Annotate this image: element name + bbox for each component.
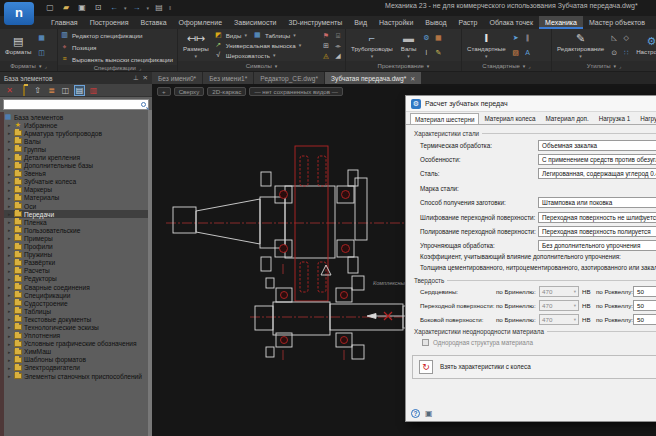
take-from-wheel-button[interactable]: ↻ — [419, 360, 433, 374]
undo-caret-icon[interactable]: ▾ — [124, 5, 127, 11]
tree-item[interactable]: ▸Примеры — [0, 234, 152, 242]
tree-item[interactable]: ▸Группы — [0, 145, 152, 153]
polishing-combo[interactable]: Переходная поверхность полируется — [538, 226, 656, 237]
tab-material-wheel[interactable]: Материал колеса — [479, 112, 540, 124]
tree-item[interactable]: ▸Технологические эскизы — [0, 323, 152, 331]
hatch-icon[interactable]: ▨ — [511, 48, 521, 57]
report-icon[interactable]: ▣ — [425, 409, 433, 418]
ribbon-tab-3d[interactable]: 3D-инструменты — [283, 16, 349, 29]
ribbon-tab-postroeniya[interactable]: Построения — [84, 16, 135, 29]
tree-item[interactable]: ▸Спецификации — [0, 291, 152, 299]
cursor-select-icon[interactable]: ➤ — [511, 33, 521, 42]
ribbon-tab-vid[interactable]: Вид — [348, 16, 373, 29]
hardening-combo[interactable]: Без дополнительного упрочнения — [538, 240, 656, 251]
align-leaders-button[interactable]: ≡Выровнять выноски спецификации — [60, 54, 175, 64]
print-icon[interactable]: ▤ — [153, 2, 165, 13]
utils-caption[interactable]: Утилиты▾⌟ — [552, 61, 656, 71]
editing-button[interactable]: ✎ Редактирование ▾ — [554, 30, 607, 60]
shafts-button[interactable]: ▬ Валы ▾ — [398, 30, 420, 60]
close-icon[interactable]: ✕ — [143, 74, 148, 82]
ribbon-tab-oformlenie[interactable]: Оформление — [173, 16, 228, 29]
pencil-icon[interactable]: ✎ — [433, 48, 443, 57]
tree-item[interactable]: ▸Маркеры — [0, 186, 152, 194]
tree-item[interactable]: ▸Развёртки — [0, 259, 152, 267]
open-folder-icon[interactable] — [18, 85, 29, 96]
tree-item-favorites[interactable]: ▸★Избранное — [0, 121, 152, 129]
standard-caption[interactable]: Стандартные▾⌟ — [462, 61, 551, 71]
symbols-caption[interactable]: Символы▾ — [178, 61, 345, 71]
tab-load-2[interactable]: Нагрузка 2 — [635, 112, 656, 124]
features-combo[interactable]: С применением средств против обезуглерож… — [538, 154, 656, 165]
blank-method-combo[interactable]: Штамповка или поковка — [538, 197, 656, 208]
ribbon-tab-vstavka[interactable]: Вставка — [135, 16, 173, 29]
open-folder-icon[interactable]: ▰ — [60, 2, 72, 13]
ribbon-tab-glavnaya[interactable]: Главная — [45, 16, 84, 29]
brinell-flank-combo[interactable]: 470▾ — [539, 314, 579, 325]
ruler-icon[interactable]: ⌯ — [333, 41, 343, 50]
tree-item[interactable]: ▸Сварные соединения — [0, 283, 152, 291]
dialog-launcher-icon[interactable]: ⌟ — [619, 63, 621, 69]
position-button[interactable]: ⌖Позиция — [60, 42, 175, 52]
ribbon-tab-vyvod[interactable]: Вывод — [419, 16, 452, 29]
datum-icon[interactable]: ⚑ — [321, 31, 331, 40]
specs-caption[interactable]: Спецификации⌟ — [58, 65, 177, 71]
stamp-icon[interactable]: ⌻ — [333, 31, 343, 40]
tree-item[interactable]: ▸Детали крепления — [0, 153, 152, 161]
tab-load-1[interactable]: Нагрузка 1 — [594, 112, 635, 124]
ribbon-tab-rastr[interactable]: Растр — [453, 16, 484, 29]
dialog-titlebar[interactable]: ⚙ Расчет зубчатых передач — [406, 96, 656, 112]
preview-icon[interactable]: ▤ — [74, 85, 85, 96]
qat-menu-icon[interactable]: ‖ — [169, 5, 171, 11]
formats-button[interactable]: ▤ Форматы — [2, 30, 34, 60]
letter-a-icon[interactable]: A — [523, 48, 533, 57]
tree-item[interactable]: ▸Условные графические обозначения — [0, 340, 152, 348]
gear-pair-icon[interactable]: ⚙ — [421, 33, 431, 42]
dialog-launcher-icon[interactable]: ⌟ — [44, 63, 46, 69]
blocks-icon[interactable]: ∷ — [621, 48, 631, 57]
rockwell-transition-combo[interactable]: 50 — [633, 300, 656, 311]
ribbon-tab-nastroyki[interactable]: Настройки — [373, 16, 419, 29]
pin-icon[interactable]: ⊥ — [133, 74, 139, 82]
tree-item[interactable]: ▸Дополнительные базы — [0, 162, 152, 170]
redo-icon[interactable]: → — [131, 2, 143, 13]
redo-caret-icon[interactable]: ▾ — [147, 5, 150, 11]
tree-item[interactable]: ▸Расчеты — [0, 267, 152, 275]
beam-icon[interactable]: Ⅰ — [421, 48, 431, 57]
tab-material-extra[interactable]: Материал доп. — [540, 112, 593, 124]
grid-icon[interactable]: ▦ — [433, 33, 443, 42]
frame-icon[interactable]: ⊞ — [321, 41, 331, 50]
standard-parts-button[interactable]: Ⅰ Стандартные ▾ — [464, 30, 509, 60]
rockwell-flank-combo[interactable]: 50 — [633, 314, 656, 325]
attach-icon[interactable]: ≣ — [46, 85, 57, 96]
doc-tab-active[interactable]: Зубчатая передача.dwg*✕ — [325, 72, 421, 84]
tree-item[interactable]: ▸Текстовые документы — [0, 315, 152, 323]
roughness-button[interactable]: √Шероховатость▾ — [214, 50, 319, 60]
tree-item[interactable]: ▸Пользовательские — [0, 226, 152, 234]
visual-style-control[interactable]: 2D-каркас — [207, 87, 246, 96]
dialog-launcher-icon[interactable]: ⌟ — [528, 63, 530, 69]
up-level-icon[interactable]: ⇧ — [32, 85, 43, 96]
delete-icon[interactable]: ✕ — [4, 85, 15, 96]
tree-item[interactable]: ▸Шаблоны форматов — [0, 356, 152, 364]
windows-icon[interactable]: ◫ — [60, 85, 71, 96]
tree-item[interactable]: ▸Валы — [0, 137, 152, 145]
library-icon[interactable]: ▥ — [88, 85, 99, 96]
tree-item[interactable]: ▸Пленка — [0, 218, 152, 226]
dimensions-button[interactable]: ↤↦ Размеры ▾ — [180, 30, 212, 60]
doc-tab[interactable]: Без имени0* — [152, 72, 202, 84]
rockwell-core-combo[interactable]: 50 — [633, 286, 656, 297]
tree-root[interactable]: ▦База элементов — [0, 113, 152, 121]
save-as-icon[interactable]: ⊡ — [92, 2, 104, 13]
tree-item[interactable]: ▸Таблицы — [0, 307, 152, 315]
tree-item-selected[interactable]: ▸Передачи — [0, 210, 152, 218]
dialog-launcher-icon[interactable]: ⌟ — [139, 65, 141, 71]
tree-item[interactable]: ▸Пружины — [0, 251, 152, 259]
doc-tab[interactable]: Редактор_СЕ.dwg* — [254, 72, 324, 84]
close-icon[interactable]: ✕ — [410, 75, 415, 82]
ribbon-tab-mekhanika[interactable]: Механика — [539, 16, 583, 29]
brinell-core-combo[interactable]: 470▾ — [539, 286, 579, 297]
new-document-icon[interactable]: ▢ — [44, 2, 56, 13]
tree-item[interactable]: ▸Электродвигатели — [0, 364, 152, 372]
grinding-combo[interactable]: Переходная поверхность не шлифуется — [538, 212, 656, 223]
tree-item[interactable]: ▸Элементы станочных приспособлений — [0, 372, 152, 380]
